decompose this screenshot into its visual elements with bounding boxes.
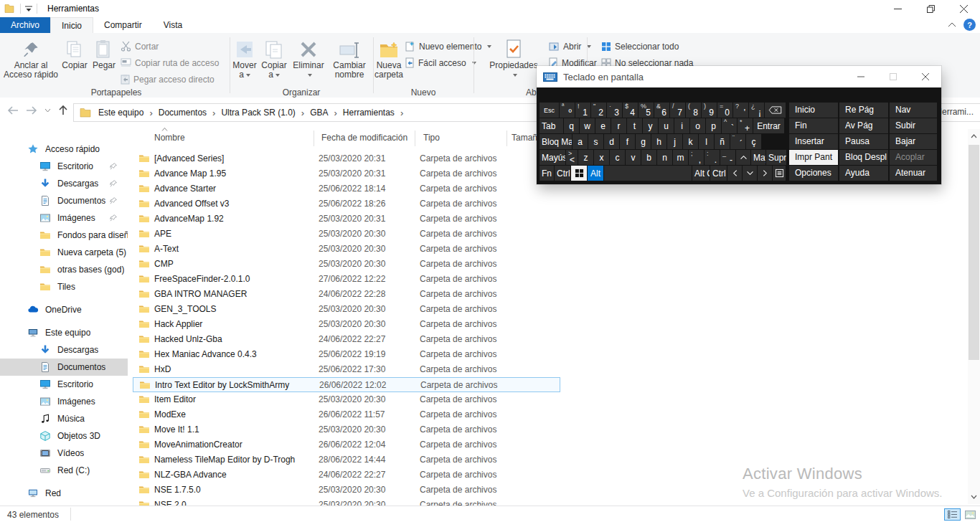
acoplar-key[interactable]: Acoplar (890, 150, 937, 165)
new-item-button[interactable]: Nuevo elemento (405, 40, 491, 52)
1-key[interactable]: !1 (575, 103, 590, 118)
up-button[interactable] (58, 105, 68, 115)
k-key[interactable]: k (683, 134, 698, 149)
sidebar-item-escritorio[interactable]: Escritorio (0, 158, 128, 175)
windows-key[interactable] (571, 166, 587, 181)
large-icons-view-button[interactable] (962, 508, 979, 521)
tab-inicio[interactable]: Inicio (50, 17, 93, 33)
file-row-move-it-1-1[interactable]: Move It! 1.125/03/2020 20:30Carpeta de a… (133, 422, 560, 437)
item-key[interactable]: _- (720, 150, 735, 165)
scrollbar-thumb[interactable] (969, 145, 979, 360)
help-icon[interactable]: ? (963, 19, 976, 31)
customize-toolbar-icon[interactable] (25, 6, 32, 12)
scroll-up-icon[interactable] (969, 132, 979, 141)
sidebar-item-documentos[interactable]: Documentos (0, 192, 128, 209)
file-row-advancemap-1-92[interactable]: AdvanceMap 1.9225/03/2020 20:31Carpeta d… (133, 212, 560, 227)
open-button[interactable]: Abrir (549, 40, 591, 52)
re-pag-key[interactable]: Re Pág (839, 103, 888, 118)
i-key[interactable]: i (674, 118, 689, 133)
fin-key[interactable]: Fin (789, 118, 838, 133)
8-key[interactable]: (8 (686, 103, 701, 118)
7-key[interactable]: /7 (670, 103, 685, 118)
fn-key[interactable]: Fn (540, 166, 554, 181)
sidebar-item-musica[interactable]: Música (0, 410, 128, 427)
breadcrumb-separator-icon[interactable]: › (331, 108, 340, 118)
bajar-key[interactable]: Bajar (890, 134, 937, 149)
sidebar-item-imagenes[interactable]: Imágenes (0, 209, 128, 227)
6-key[interactable]: &6 (654, 103, 669, 118)
column-header-name[interactable]: Nombre (154, 133, 185, 143)
tab-archivo[interactable]: Archivo (0, 17, 50, 33)
file-row-freespacefinder-2-0-1-0[interactable]: FreeSpaceFinder-2.0.1.027/06/2022 12:22C… (133, 272, 560, 287)
forward-button[interactable] (26, 105, 37, 115)
pin-to-quick-access-button[interactable]: Anclar al Acceso rápido (3, 37, 59, 80)
item-key[interactable]: ^` (722, 118, 737, 133)
9-key[interactable]: )9 (702, 103, 717, 118)
b-key[interactable]: b (641, 150, 656, 165)
file-row-hxd[interactable]: HxD25/06/2022 17:30Carpeta de archivos (133, 362, 560, 377)
menu-key[interactable] (773, 166, 786, 181)
file-row-moveanimationcreator[interactable]: MoveAnimationCreator26/06/2022 12:04Carp… (133, 437, 560, 452)
sidebar-item-fondos-para-disenos[interactable]: Fondos para diseños, (0, 227, 128, 244)
item-key[interactable]: :. (705, 150, 720, 165)
t-key[interactable]: t (627, 118, 642, 133)
ctrl-key[interactable]: Ctrl (710, 166, 727, 181)
file-row-advance-map-1-95[interactable]: Advance Map 1.9525/03/2020 20:31Carpeta … (133, 166, 560, 181)
copy-to-button[interactable]: Copiar a (260, 37, 288, 80)
supr-key[interactable]: Supr (766, 150, 786, 165)
nav-key[interactable]: Nav (890, 103, 937, 118)
c-key[interactable]: ç (746, 134, 761, 149)
arrow-down-key[interactable] (743, 166, 757, 181)
insertar-key[interactable]: Insertar (789, 134, 838, 149)
mayus-key[interactable]: Mayús (540, 150, 565, 165)
osk-close-button[interactable] (909, 66, 941, 87)
entrar-key[interactable]: Entrar (753, 118, 784, 133)
recent-locations-dropdown[interactable] (44, 108, 51, 113)
sidebar-item-red[interactable]: Red (0, 485, 128, 502)
breadcrumb-documentos[interactable]: Documentos (156, 105, 209, 120)
sidebar-item-objetos-3d[interactable]: Objetos 3D (0, 427, 128, 445)
inicio-key[interactable]: Inicio (789, 103, 838, 118)
file-row-nameless-tilemap-editor-by-d-trogh[interactable]: Nameless TileMap Editor by D-Trogh28/06/… (133, 452, 560, 468)
breadcrumb-ultra-pack-sr-1-0[interactable]: Ultra Pack SR (1.0) (218, 105, 298, 120)
breadcrumb-separator-icon[interactable]: › (298, 108, 307, 118)
sidebar-item-otras-bases-god[interactable]: otras bases (god) (0, 261, 128, 278)
breadcrumb-gba[interactable]: GBA (307, 105, 331, 120)
arrow-left-key[interactable] (727, 166, 742, 181)
copy-button[interactable]: Copiar (60, 37, 89, 70)
r-key[interactable]: r (611, 118, 626, 133)
sidebar-item-videos[interactable]: Vídeos (0, 445, 128, 462)
column-divider[interactable] (314, 130, 314, 146)
g-key[interactable]: g (636, 134, 651, 149)
sidebar-item-escritorio[interactable]: Escritorio (0, 376, 128, 393)
file-row-hack-applier[interactable]: Hack Applier25/03/2020 20:30Carpeta de a… (133, 317, 560, 332)
bloq-despl-key[interactable]: Bloq Despl (839, 150, 888, 165)
3-key[interactable]: ·3 (607, 103, 622, 118)
collapse-ribbon-icon[interactable] (948, 22, 956, 27)
n-key[interactable]: n (657, 150, 672, 165)
move-to-button[interactable]: Mover a (231, 37, 258, 80)
file-row-hex-maniac-advance-0-4-3[interactable]: Hex Maniac Advance 0.4.325/06/2022 19:19… (133, 347, 560, 362)
bloq-mayus-key[interactable]: Bloq Mayús (540, 134, 572, 149)
item-key[interactable]: ªº (560, 103, 575, 118)
cut-button[interactable]: Cortar (121, 40, 159, 52)
item-key[interactable]: >< (566, 150, 578, 165)
av-pag-key[interactable]: Av Pág (839, 118, 888, 133)
file-row-ape[interactable]: APE25/03/2020 20:30Carpeta de archivos (133, 227, 560, 242)
sidebar-item-documentos[interactable]: Documentos (0, 359, 128, 376)
paste-button[interactable]: Pegar (90, 37, 118, 70)
opciones-key[interactable]: Opciones (789, 166, 838, 181)
breadcrumb-herramientas[interactable]: Herramientas (340, 105, 397, 120)
sidebar-item-nueva-carpeta-5[interactable]: Nueva carpeta (5) (0, 244, 128, 261)
arrow-right-key[interactable] (758, 166, 772, 181)
m-key[interactable]: m (673, 150, 688, 165)
file-row-modexe[interactable]: ModExe26/06/2022 11:57Carpeta de archivo… (133, 407, 560, 422)
pausa-key[interactable]: Pausa (839, 134, 888, 149)
w-key[interactable]: w (580, 118, 595, 133)
a-key[interactable]: a (573, 134, 588, 149)
delete-button[interactable]: Eliminar (290, 37, 327, 80)
file-row-advanced-offset-v3[interactable]: Advanced Offset v325/06/2022 18:26Carpet… (133, 196, 560, 212)
5-key[interactable]: %5 (639, 103, 654, 118)
back-button[interactable] (7, 105, 19, 115)
e-key[interactable]: e (595, 118, 611, 133)
